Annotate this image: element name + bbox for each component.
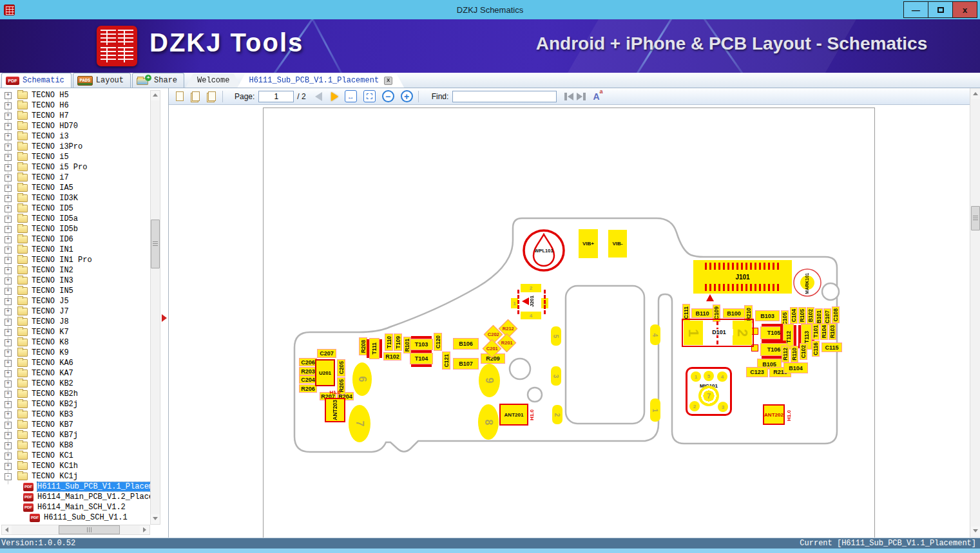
content-vertical-scrollbar[interactable] bbox=[970, 88, 980, 538]
tree-folder[interactable]: +TECNO IN2 bbox=[0, 265, 150, 276]
scroll-left-icon[interactable] bbox=[2, 525, 12, 534]
expand-toggle-icon[interactable]: - bbox=[5, 473, 12, 480]
tree-folder[interactable]: +TECNO ID5b bbox=[0, 224, 150, 234]
tree-folder[interactable]: +TECNO J5 bbox=[0, 296, 150, 306]
tree-folder[interactable]: +TECNO KB7 bbox=[0, 420, 150, 430]
expand-toggle-icon[interactable]: + bbox=[5, 247, 12, 254]
tree-folder[interactable]: +TECNO KB2j bbox=[0, 399, 150, 409]
expand-toggle-icon[interactable]: + bbox=[5, 339, 12, 346]
scroll-down-icon[interactable] bbox=[971, 527, 980, 536]
expand-toggle-icon[interactable]: + bbox=[5, 92, 12, 99]
expand-toggle-icon[interactable]: + bbox=[5, 236, 12, 243]
expand-toggle-icon[interactable]: + bbox=[5, 329, 12, 336]
tree-folder[interactable]: +TECNO KB2 bbox=[0, 379, 150, 389]
expand-toggle-icon[interactable]: + bbox=[5, 226, 12, 233]
tree-folder[interactable]: +TECNO i5 Pro bbox=[0, 162, 150, 173]
expand-toggle-icon[interactable]: + bbox=[5, 216, 12, 223]
tree-folder[interactable]: +TECNO H7 bbox=[0, 111, 150, 121]
tree-folder[interactable]: +TECNO ID3K bbox=[0, 193, 150, 203]
tree-folder[interactable]: +TECNO ID5a bbox=[0, 214, 150, 224]
tree-folder[interactable]: +TECNO K8 bbox=[0, 337, 150, 348]
expand-toggle-icon[interactable]: + bbox=[5, 319, 12, 326]
expand-toggle-icon[interactable]: + bbox=[5, 411, 12, 418]
expand-toggle-icon[interactable]: + bbox=[5, 185, 12, 192]
tree-folder[interactable]: +TECNO KC1h bbox=[0, 461, 150, 471]
tree-folder[interactable]: +TECNO KB8 bbox=[0, 440, 150, 451]
tab-layout[interactable]: PADS Layout bbox=[73, 73, 131, 88]
expand-toggle-icon[interactable]: + bbox=[5, 350, 12, 357]
tree-folder[interactable]: +TECNO KB2h bbox=[0, 389, 150, 399]
scroll-up-icon[interactable] bbox=[151, 91, 160, 100]
sidebar-horizontal-scrollbar[interactable] bbox=[1, 525, 150, 535]
maximize-button[interactable] bbox=[928, 1, 953, 18]
scroll-down-icon[interactable] bbox=[151, 514, 160, 524]
continuous-pages-icon[interactable] bbox=[207, 91, 217, 102]
expand-toggle-icon[interactable]: + bbox=[5, 298, 12, 305]
tree-folder[interactable]: +TECNO ID5 bbox=[0, 203, 150, 214]
expand-toggle-icon[interactable]: + bbox=[5, 267, 12, 274]
tree-folder[interactable]: +TECNO KB7j bbox=[0, 430, 150, 440]
tree-folder[interactable]: +TECNO J7 bbox=[0, 306, 150, 317]
sidebar-hscroll-thumb[interactable] bbox=[59, 525, 120, 534]
tree-file[interactable]: PDFH6114_Main_PCB_V1.2_Placement bbox=[0, 492, 150, 502]
expand-toggle-icon[interactable]: + bbox=[5, 113, 12, 120]
expand-toggle-icon[interactable]: + bbox=[5, 288, 12, 295]
tree-folder[interactable]: +TECNO i7 bbox=[0, 173, 150, 183]
content-scroll-thumb[interactable] bbox=[971, 206, 980, 230]
expand-toggle-icon[interactable]: + bbox=[5, 144, 12, 151]
tree-folder[interactable]: +TECNO K7 bbox=[0, 327, 150, 337]
tree-folder[interactable]: +TECNO i3 bbox=[0, 131, 150, 142]
tab-share[interactable]: + Share bbox=[132, 73, 184, 88]
doc-tab-placement[interactable]: H6111_Sub_PCB_V1.1_Placement x bbox=[237, 73, 404, 88]
expand-toggle-icon[interactable]: + bbox=[5, 133, 12, 140]
scroll-right-icon[interactable] bbox=[140, 525, 149, 534]
expand-toggle-icon[interactable]: + bbox=[5, 195, 12, 202]
expand-toggle-icon[interactable]: + bbox=[5, 277, 12, 285]
tree-folder[interactable]: +TECNO HD70 bbox=[0, 121, 150, 131]
tree-folder[interactable]: +TECNO H5 bbox=[0, 90, 150, 100]
close-button[interactable]: x bbox=[952, 1, 977, 18]
tree-file[interactable]: PDFH6111_Sub_PCB_V1.1_Placement bbox=[0, 482, 150, 492]
tree-folder[interactable]: +TECNO IN1 bbox=[0, 245, 150, 255]
fit-page-button[interactable] bbox=[363, 90, 376, 102]
tree-folder[interactable]: +TECNO KC1 bbox=[0, 451, 150, 461]
tree-folder[interactable]: +TECNO KA7 bbox=[0, 368, 150, 379]
tree-file[interactable]: PDFH6111_Sub_SCH_V1.1 bbox=[0, 512, 150, 523]
zoom-out-button[interactable]: − bbox=[382, 90, 394, 102]
facing-pages-icon[interactable] bbox=[191, 91, 201, 102]
tab-schematic[interactable]: PDF Schematic bbox=[1, 73, 72, 88]
find-input[interactable] bbox=[452, 91, 557, 102]
previous-page-button[interactable] bbox=[315, 92, 322, 101]
expand-toggle-icon[interactable]: + bbox=[5, 442, 12, 449]
expand-toggle-icon[interactable]: + bbox=[5, 174, 12, 182]
next-page-button[interactable] bbox=[331, 92, 338, 101]
match-case-icon[interactable]: Aa bbox=[593, 91, 602, 102]
scroll-up-icon[interactable] bbox=[971, 89, 980, 99]
tree-folder[interactable]: +TECNO KA6 bbox=[0, 358, 150, 368]
tree-folder[interactable]: -TECNO KC1j bbox=[0, 471, 150, 482]
tree-folder[interactable]: +TECNO ID6 bbox=[0, 234, 150, 245]
expand-toggle-icon[interactable]: + bbox=[5, 432, 12, 439]
tree-folder[interactable]: +TECNO IA5 bbox=[0, 183, 150, 193]
tree-folder[interactable]: +TECNO i3Pro bbox=[0, 142, 150, 152]
minimize-button[interactable]: — bbox=[903, 1, 928, 18]
tree-file[interactable]: PDFH6114_Main_SCH_V1.2 bbox=[0, 502, 150, 512]
expand-toggle-icon[interactable]: + bbox=[5, 422, 12, 429]
expand-toggle-icon[interactable]: + bbox=[5, 453, 12, 460]
expand-toggle-icon[interactable]: + bbox=[5, 257, 12, 264]
tree-folder[interactable]: +TECNO IN1 Pro bbox=[0, 255, 150, 265]
expand-toggle-icon[interactable]: + bbox=[5, 370, 12, 377]
sidebar-scroll-thumb[interactable] bbox=[151, 220, 160, 268]
tree-folder[interactable]: +TECNO KB3 bbox=[0, 409, 150, 420]
tree-folder[interactable]: +TECNO IN3 bbox=[0, 276, 150, 286]
expand-toggle-icon[interactable]: + bbox=[5, 391, 12, 398]
tree-folder[interactable]: +TECNO i5 bbox=[0, 152, 150, 162]
expand-toggle-icon[interactable]: + bbox=[5, 154, 12, 161]
tree-folder[interactable]: +TECNO IN5 bbox=[0, 286, 150, 296]
tree-folder[interactable]: +TECNO H6 bbox=[0, 100, 150, 111]
expand-toggle-icon[interactable]: + bbox=[5, 380, 12, 388]
expand-toggle-icon[interactable]: + bbox=[5, 164, 12, 171]
expand-toggle-icon[interactable]: + bbox=[5, 123, 12, 130]
close-tab-icon[interactable]: x bbox=[384, 77, 392, 85]
expand-toggle-icon[interactable]: + bbox=[5, 463, 12, 470]
